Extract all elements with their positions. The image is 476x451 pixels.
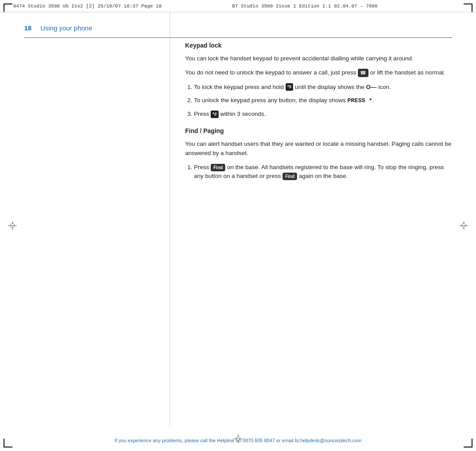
- step1-text-before: To lock the keypad press and hold: [194, 84, 286, 90]
- keypad-lock-steps: To lock the keypad press and hold *# unt…: [194, 83, 452, 119]
- corner-mark-br: [464, 439, 472, 447]
- press-star-text: PRESS *: [347, 97, 372, 104]
- step1-find-before: Press: [194, 164, 211, 170]
- lock-symbol: O—: [366, 84, 376, 90]
- asterisk-key-icon-2: *#: [211, 111, 218, 118]
- content-area: Keypad lock You can lock the handset key…: [185, 42, 452, 420]
- left-divider: [170, 12, 170, 427]
- step2-text: To unlock the keypad press any button, t…: [194, 97, 347, 104]
- keypad-lock-title: Keypad lock: [185, 42, 452, 49]
- keypad-lock-step-2: To unlock the keypad press any button, t…: [194, 96, 452, 105]
- find-icon-1: Find: [211, 164, 225, 171]
- phone-icon-inline: ☎: [358, 69, 368, 77]
- header-rule: [24, 37, 452, 38]
- crosshair-left: [8, 221, 17, 230]
- find-paging-title: Find / Paging: [185, 127, 452, 134]
- crosshair-bottom: [234, 434, 242, 443]
- find-paging-section: Find / Paging You can alert handset user…: [185, 127, 452, 181]
- corner-mark-bl: [4, 439, 12, 447]
- top-bar: 8474 Studio 3500 UG Iss2 [2] 25/10/07 16…: [0, 0, 476, 12]
- chapter-title: Using your phone: [41, 24, 93, 32]
- step3-text-after: within 3 seconds.: [220, 111, 266, 117]
- page-header: 18 Using your phone: [24, 24, 92, 32]
- keypad-lock-section: Keypad lock You can lock the handset key…: [185, 42, 452, 118]
- keypad-lock-para1: You can lock the handset keypad to preve…: [185, 54, 452, 63]
- keypad-lock-step-3: Press *# within 3 seconds.: [194, 110, 452, 118]
- top-bar-right-text: BT Studio 3500 Issue 1 Edition 2.1 02.04…: [232, 4, 378, 9]
- page-number: 18: [24, 24, 32, 32]
- crosshair-right: [459, 221, 468, 230]
- keypad-lock-step-1: To lock the keypad press and hold *# unt…: [194, 83, 452, 92]
- find-icon-2: Find: [283, 173, 297, 180]
- step2-period: .: [372, 97, 374, 104]
- step1-find-after: again on the base.: [299, 173, 348, 179]
- step3-text-before: Press: [194, 111, 211, 117]
- keypad-lock-para2-suffix: or lift the handset as normal.: [370, 69, 445, 76]
- keypad-lock-para2-text: You do not need to unlock the keypad to …: [185, 69, 356, 76]
- top-bar-left-text: 8474 Studio 3500 UG Iss2 [2] 25/10/07 16…: [13, 4, 162, 9]
- find-paging-step-1: Press Find on the base. All handsets reg…: [194, 163, 452, 181]
- find-paging-para1: You can alert handset users that they ar…: [185, 140, 452, 158]
- keypad-lock-para2: You do not need to unlock the keypad to …: [185, 68, 452, 77]
- step1-text-after: until the display shows the: [295, 84, 366, 90]
- find-paging-steps: Press Find on the base. All handsets reg…: [194, 163, 452, 181]
- asterisk-key-icon-1: *#: [286, 83, 293, 91]
- step1-text-end: icon.: [378, 84, 391, 90]
